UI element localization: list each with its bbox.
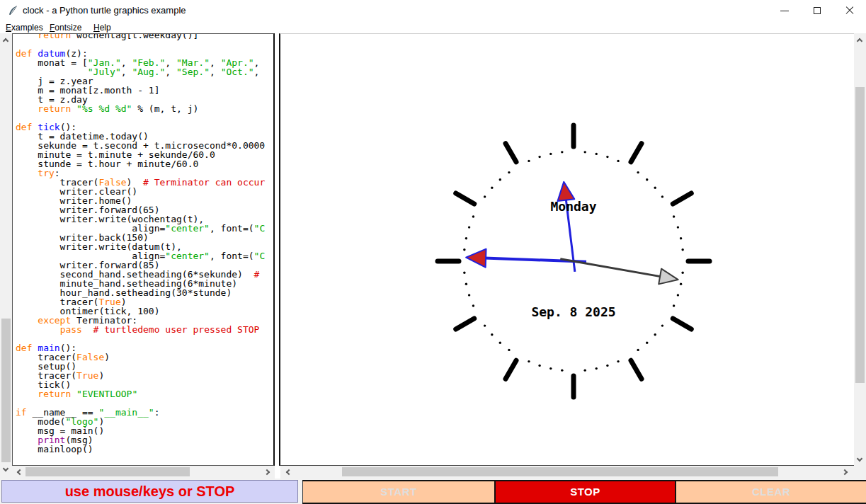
scroll-right-icon[interactable] xyxy=(264,469,270,475)
maximize-button[interactable] xyxy=(801,0,833,21)
scroll-down-icon[interactable] xyxy=(857,456,862,462)
scroll-up-icon[interactable] xyxy=(3,38,8,44)
maximize-icon xyxy=(814,7,821,14)
scroll-up-icon[interactable] xyxy=(857,38,862,44)
editor-vertical-scrollbar[interactable] xyxy=(0,33,12,479)
clear-button[interactable]: CLEAR xyxy=(676,481,866,503)
code-text: return wochentag[t.weekday()] def datum(… xyxy=(16,33,265,454)
menu-item-examples[interactable]: Examples xyxy=(3,22,46,33)
close-button[interactable] xyxy=(833,0,866,21)
scroll-left-icon[interactable] xyxy=(286,469,292,475)
menu-item-fontsize[interactable]: Fontsize xyxy=(47,22,84,33)
window-title: clock - a Python turtle graphics example xyxy=(23,5,186,16)
editor-hscroll-thumb[interactable] xyxy=(25,467,190,476)
bottom-bar: use mouse/keys or STOP START STOP CLEAR xyxy=(0,479,866,504)
button-strip: START STOP CLEAR xyxy=(302,480,866,504)
date-label: Sep. 8 2025 xyxy=(531,304,615,319)
editor-horizontal-scrollbar[interactable] xyxy=(12,466,275,479)
app-icon xyxy=(7,5,18,16)
second-hand-arrow xyxy=(659,269,678,285)
menu-item-help[interactable]: Help xyxy=(91,22,114,33)
minimize-button[interactable] xyxy=(768,0,801,21)
scroll-left-icon[interactable] xyxy=(17,469,23,475)
menu-bar: Examples Fontsize Help xyxy=(0,21,866,33)
minimize-icon xyxy=(780,11,789,11)
scroll-down-icon[interactable] xyxy=(3,466,8,471)
scroll-right-icon[interactable] xyxy=(842,469,848,475)
status-message: use mouse/keys or STOP xyxy=(1,480,298,503)
canvas-vscroll-thumb[interactable] xyxy=(855,87,865,383)
weekday-label: Monday xyxy=(550,199,596,214)
clock-svg: Monday Sep. 8 2025 xyxy=(280,34,854,465)
second-hand xyxy=(560,259,661,277)
app-window: clock - a Python turtle graphics example… xyxy=(0,0,866,504)
close-icon xyxy=(845,6,854,15)
turtle-canvas[interactable]: Monday Sep. 8 2025 xyxy=(279,33,854,466)
code-pane[interactable]: return wochentag[t.weekday()] def datum(… xyxy=(12,33,275,466)
canvas-horizontal-scrollbar[interactable] xyxy=(280,466,866,479)
clock-hands xyxy=(466,182,678,285)
canvas-vertical-scrollbar[interactable] xyxy=(854,33,866,466)
title-bar: clock - a Python turtle graphics example xyxy=(0,0,866,21)
start-button[interactable]: START xyxy=(302,481,494,503)
editor-vscroll-thumb[interactable] xyxy=(1,319,11,462)
stop-button[interactable]: STOP xyxy=(494,481,676,503)
canvas-hscroll-thumb[interactable] xyxy=(342,467,778,476)
minute-hand-arrow xyxy=(466,249,486,268)
